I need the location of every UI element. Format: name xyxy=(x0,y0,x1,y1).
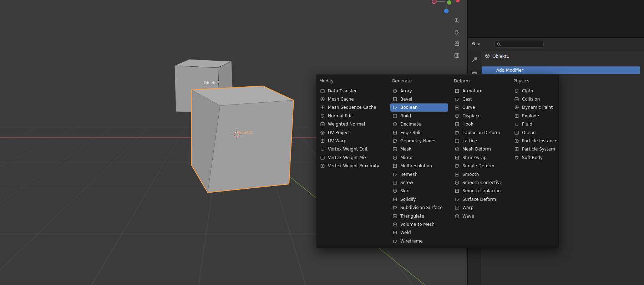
menu-item-mesh-cache[interactable]: Mesh Cache xyxy=(318,95,386,103)
menu-item-weld[interactable]: Weld xyxy=(390,229,448,237)
menu-item-warp[interactable]: Warp xyxy=(452,203,508,212)
menu-item-vertex-weight-edit[interactable]: Vertex Weight Edit xyxy=(318,145,386,153)
menu-item-label: Skin xyxy=(400,188,410,193)
uv-warp-icon xyxy=(320,138,325,143)
menu-item-displace[interactable]: Displace xyxy=(452,112,508,120)
menu-item-label: Mesh Deform xyxy=(462,147,491,152)
menu-item-label: Armature xyxy=(462,88,482,93)
menu-item-label: Lattice xyxy=(462,138,477,143)
menu-item-normal-edit[interactable]: Normal Edit xyxy=(318,112,386,120)
menu-item-label: Simple Deform xyxy=(462,163,494,168)
solidify-icon xyxy=(392,197,397,202)
triangulate-icon xyxy=(392,214,397,219)
menu-item-cast[interactable]: Cast xyxy=(452,95,508,103)
search-input[interactable] xyxy=(502,42,542,47)
editor-type-button[interactable] xyxy=(471,41,480,48)
menu-item-dynamic-paint[interactable]: Dynamic Paint xyxy=(512,103,557,112)
menu-item-subdivision-surface[interactable]: Subdivision Surface xyxy=(390,203,448,212)
vertex-weight-edit-icon xyxy=(320,147,325,152)
ocean-icon xyxy=(514,130,519,135)
menu-item-volume-to-mesh[interactable]: Volume to Mesh xyxy=(390,220,448,228)
menu-item-label: Mesh Cache xyxy=(328,97,354,102)
menu-item-mask[interactable]: Mask xyxy=(390,145,448,153)
menu-item-particle-instance[interactable]: Particle Instance xyxy=(512,137,557,145)
menu-item-mesh-sequence-cache[interactable]: Mesh Sequence Cache xyxy=(318,103,386,112)
menu-item-vertex-weight-proximity[interactable]: Vertex Weight Proximity xyxy=(318,162,386,170)
object-label-obiekt2: Obiekt2 xyxy=(204,81,220,85)
menu-item-multiresolution[interactable]: Multiresolution xyxy=(390,162,448,170)
menu-item-array[interactable]: Array xyxy=(390,87,448,95)
menu-item-label: Vertex Weight Edit xyxy=(328,147,367,152)
menu-item-decimate[interactable]: Decimate xyxy=(390,120,448,128)
menu-column-modify: ModifyData TransferMesh CacheMesh Sequen… xyxy=(316,75,389,170)
menu-item-uv-warp[interactable]: UV Warp xyxy=(318,137,386,145)
gizmo-y-ball[interactable] xyxy=(447,0,451,5)
menu-item-weighted-normal[interactable]: Weighted Normal xyxy=(318,120,386,128)
menu-item-solidify[interactable]: Solidify xyxy=(390,195,448,203)
menu-column-header-generate: Generate xyxy=(389,75,451,87)
menu-item-label: Volume to Mesh xyxy=(400,222,435,227)
menu-item-curve[interactable]: Curve xyxy=(452,103,508,112)
menu-item-surface-deform[interactable]: Surface Deform xyxy=(452,195,508,203)
menu-item-data-transfer[interactable]: Data Transfer xyxy=(318,87,386,95)
gizmo-x-negative-ball[interactable] xyxy=(432,0,436,4)
menu-item-laplacian-deform[interactable]: Laplacian Deform xyxy=(452,128,508,137)
menu-item-label: Ocean xyxy=(522,130,536,135)
subdivision-surface-icon xyxy=(392,205,397,210)
breadcrumb: Obiekt1 xyxy=(485,53,509,60)
properties-search[interactable] xyxy=(495,41,544,48)
menu-item-vertex-weight-mix[interactable]: Vertex Weight Mix xyxy=(318,153,386,162)
menu-item-explode[interactable]: Explode xyxy=(512,112,557,120)
tool-tab-icon[interactable] xyxy=(471,56,478,63)
zoom-icon[interactable] xyxy=(454,17,460,24)
vertex-weight-mix-icon xyxy=(320,155,325,160)
menu-item-fluid[interactable]: Fluid xyxy=(512,120,557,128)
menu-item-armature[interactable]: Armature xyxy=(452,87,508,95)
menu-item-shrinkwrap[interactable]: Shrinkwrap xyxy=(452,153,508,162)
collision-icon xyxy=(514,97,519,102)
menu-item-mesh-deform[interactable]: Mesh Deform xyxy=(452,145,508,153)
menu-item-label: Boolean xyxy=(400,105,418,110)
menu-item-screw[interactable]: Screw xyxy=(390,178,448,187)
menu-item-smooth-laplacian[interactable]: Smooth Laplacian xyxy=(452,187,508,195)
camera-view-icon[interactable] xyxy=(454,41,460,47)
menu-item-mirror[interactable]: Mirror xyxy=(390,153,448,162)
menu-item-build[interactable]: Build xyxy=(390,112,448,120)
menu-item-boolean[interactable]: Boolean xyxy=(390,103,448,112)
mesh-sequence-cache-icon xyxy=(320,105,325,110)
menu-item-skin[interactable]: Skin xyxy=(390,187,448,195)
normal-edit-icon xyxy=(320,113,325,118)
menu-item-particle-system[interactable]: Particle System xyxy=(512,145,557,153)
menu-item-label: Curve xyxy=(462,105,475,110)
menu-item-label: Weld xyxy=(400,230,411,235)
menu-item-label: Particle Instance xyxy=(522,138,557,143)
menu-item-label: Shrinkwrap xyxy=(462,155,487,160)
menu-item-uv-project[interactable]: UV Project xyxy=(318,128,386,137)
menu-item-cloth[interactable]: Cloth xyxy=(512,87,557,95)
displace-icon xyxy=(455,113,460,118)
menu-item-wireframe[interactable]: Wireframe xyxy=(390,237,448,245)
menu-item-soft-body[interactable]: Soft Body xyxy=(512,153,557,162)
menu-item-collision[interactable]: Collision xyxy=(512,95,557,103)
cube-obiekt1[interactable] xyxy=(191,86,294,193)
menu-item-label: UV Warp xyxy=(328,138,346,143)
menu-item-geometry-nodes[interactable]: Geometry Nodes xyxy=(390,137,448,145)
menu-item-hook[interactable]: Hook xyxy=(452,120,508,128)
menu-item-edge-split[interactable]: Edge Split xyxy=(390,128,448,137)
navigation-gizmo[interactable] xyxy=(428,0,464,16)
gizmo-z-ball[interactable] xyxy=(444,9,449,14)
menu-item-smooth-corrective[interactable]: Smooth Corrective xyxy=(452,178,508,187)
menu-item-smooth[interactable]: Smooth xyxy=(452,170,508,178)
menu-item-label: Normal Edit xyxy=(328,113,353,118)
add-modifier-button[interactable]: Add Modifier xyxy=(482,66,640,74)
menu-item-triangulate[interactable]: Triangulate xyxy=(390,212,448,220)
pan-hand-icon[interactable] xyxy=(454,29,460,35)
menu-item-bevel[interactable]: Bevel xyxy=(390,95,448,103)
menu-item-wave[interactable]: Wave xyxy=(452,212,508,220)
menu-item-ocean[interactable]: Ocean xyxy=(512,128,557,137)
gizmo-x-ball[interactable] xyxy=(456,0,460,2)
menu-item-simple-deform[interactable]: Simple Deform xyxy=(452,162,508,170)
orthographic-grid-icon[interactable] xyxy=(454,52,460,58)
menu-item-lattice[interactable]: Lattice xyxy=(452,137,508,145)
menu-item-remesh[interactable]: Remesh xyxy=(390,170,448,178)
